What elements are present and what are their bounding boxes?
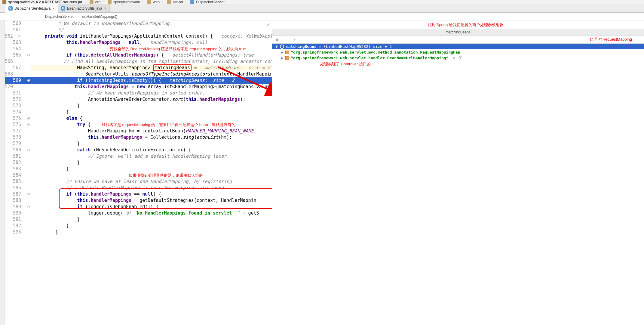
code-text: */ [31,27,272,33]
code-text: // We keep HandlerMappings in sorted ord… [31,90,272,96]
line-number: 567 [5,65,26,71]
editor-tabs: DispatcherServlet.java × BeanFactoryUtil… [0,4,644,13]
code-text: logger.debug( o: "No HandlerMappings fou… [31,210,272,216]
folder-icon [147,0,151,4]
annotation-text: 要找全部的 RequestMapping 还是只找名字是 requestMapp… [31,46,272,52]
project-breadcrumb: spring-webmvc-4.2.4.RELEASE-sources.jar … [0,0,644,4]
line-number: 570 [5,84,18,90]
line-number: 561 [5,27,26,33]
line-number: 573 [5,103,26,109]
line-number: 587 [5,191,26,197]
code-text: } [31,159,272,166]
line-number: 576 [5,122,26,128]
back-icon[interactable]: ← [283,37,288,42]
class-icon [61,6,65,11]
line-number: 580 [5,147,26,153]
code-text: } [31,229,272,235]
chevron-right-icon[interactable]: ▶ [281,50,284,54]
line-number: 578 [5,134,26,141]
line-number: 560 [5,20,26,27]
code-text: this.handlerMappings = new ArrayList<Han… [18,84,272,90]
tab-beanfactory[interactable]: BeanFactoryUtils.java × [58,4,110,12]
annotation-text: 找到 Spring 给我们配置的两个处理器映射器 [272,20,644,29]
code-text: if (this.detectAllHandlerMappings) { det… [31,52,272,58]
code-text: if (this.handlerMappings == null) { [31,191,272,197]
bc-p1[interactable]: org [95,0,100,4]
line-number: 582 [5,159,26,166]
close-icon[interactable]: × [52,6,55,11]
class-icon [190,0,194,4]
code-text: try { 只找名字是 requestMapping 的，需要用户自己配置这个 … [31,122,272,128]
bc-p2[interactable]: springframework [113,0,140,4]
jar-icon [2,0,6,4]
code-text: } [31,141,272,147]
line-number: 568 [5,71,18,77]
annotation-text: 处理实现了 Controller 接口的 [272,61,644,67]
tree-row[interactable]: ▼ matchingBeans = {LinkedHashMap@5282} s… [272,44,644,49]
bc-cls[interactable]: DispatcherServlet [196,0,225,4]
entry-icon [285,51,289,54]
line-number: 569 [5,77,26,84]
line-number: 592 [5,223,26,229]
line-number: 593 [5,229,26,235]
tree-row[interactable]: ▶ "org.springframework.web.servlet.mvc.m… [272,49,644,55]
code-text: // Find all HandlerMappings in the Appli… [18,58,272,65]
highlight-box: matchingBeans [153,64,191,71]
line-number: 591 [5,216,26,223]
line-number: 564 [5,46,26,52]
line-number: 579 [5,141,26,147]
code-text: } [31,216,272,223]
code-text: } [31,103,272,109]
code-text: * We default to BeanNameUrlHandlerMappin… [31,20,272,27]
line-number: 586 [5,185,26,191]
line-number: 577 [5,128,26,134]
forward-icon[interactable]: → [291,37,297,42]
line-number: 563 [5,39,26,46]
code-text: HandlerMapping hm = context.getBean(HAND… [31,128,272,134]
annotation-text: 如果没找到处理器映射器，则采用默认策略 [31,172,272,178]
folder-icon [167,0,171,4]
bc-method[interactable]: initHandlerMappings() [82,14,117,19]
code-text: AnnotationAwareOrderComparator.sort(this… [31,96,272,103]
variables-tree[interactable]: ▼ matchingBeans = {LinkedHashMap@5282} s… [272,44,644,325]
code-editor[interactable]: ✓ 560 * We default to BeanNameUrlHandler… [5,20,272,325]
code-text: else { [31,115,272,122]
tab-dispatcher[interactable]: DispatcherServlet.java × [5,4,58,13]
bc-p3[interactable]: web [153,0,160,4]
left-gutter [0,20,5,325]
tab-label: DispatcherServlet.java [14,6,51,11]
line-number: 581 [5,153,26,159]
code-text: } [31,109,272,115]
code-text: this.handlerMappings = null; handlerMapp… [31,39,272,46]
tree-row[interactable]: ▶ "org.springframework.web.servlet.handl… [272,55,644,61]
bc-p4[interactable]: servlet [173,0,183,4]
code-text: // Ensure we have at least one HandlerMa… [31,178,272,185]
close-icon[interactable]: × [104,6,106,11]
chevron-down-icon[interactable]: ▼ [275,44,278,49]
entry-icon [285,56,289,60]
code-text: catch (NoSuchBeanDefinitionException ex)… [31,147,272,153]
bc-jar[interactable]: spring-webmvc-4.2.4.RELEASE-sources.jar [8,0,82,4]
line-number: 565 [5,52,26,58]
class-icon [8,6,13,11]
line-number: 566 [5,58,18,65]
folder-icon [90,0,94,4]
object-icon [280,45,284,49]
line-number: 562 [5,33,18,39]
code-text: // a default HandlerMapping if no other … [31,185,272,191]
line-number: 588 [5,197,26,204]
code-text: private void initHandlerMappings(Applica… [20,33,272,39]
bc-class[interactable]: DispatcherServlet [45,14,74,19]
frames-icon[interactable]: ▦ [274,37,280,42]
line-number: 585 [5,178,26,185]
debug-panel: 找到 Spring 给我们配置的两个处理器映射器 matchingBeans ▦… [272,20,644,325]
chevron-right-icon[interactable]: ▶ [281,56,284,60]
code-text: BeanFactoryUtils.beansOfTypeIncludingAnc… [18,71,272,77]
debug-title: matchingBeans [272,29,644,36]
line-number: 575 [5,115,26,122]
code-text: } [31,223,272,229]
code-text: Map<String, HandlerMapping> matchingBean… [31,65,272,71]
debug-toolbar: ▦ ← → 处理 @RequestMapping [272,36,644,44]
method-breadcrumb: DispatcherServlet 〉 initHandlerMappings(… [0,13,644,20]
code-text: this.handlerMappings = Collections.singl… [31,134,272,141]
